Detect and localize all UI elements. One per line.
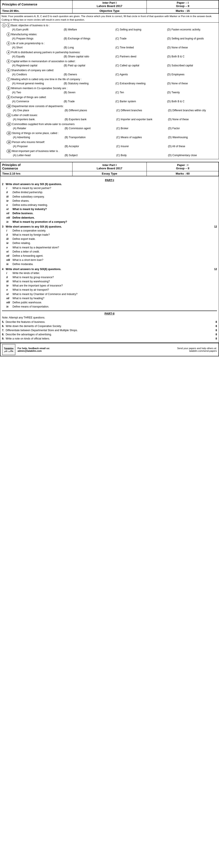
sub-label-vii: vii (6, 254, 12, 258)
mcq-q3-num: 3 (2, 41, 11, 50)
header-table-2: Principles ofCommerce Inter Part ILahore… (0, 162, 219, 176)
mcq-option: (A) Retailer (13, 126, 61, 130)
mcq-option: (C) Body (116, 153, 164, 157)
mcq-q11: 11 Letter of credit issues: (A) Importer… (2, 113, 217, 121)
essay-p2-q6-marks: 8 (216, 324, 217, 328)
mcq-q14-num: 14 (2, 140, 12, 148)
mcq-option: (B) Subject (65, 153, 113, 157)
mcq-option: (C) Insurer (116, 144, 164, 148)
mcq-option: (D) Complimentary close (168, 153, 216, 157)
mcq-option: (D) Different branches within city (168, 108, 216, 112)
mcq-option: (A) Earn profit (12, 28, 60, 32)
sub-label-i: i (6, 229, 12, 233)
essay-part2-q9: 9. Write a note on kinds of official let… (2, 337, 217, 340)
sub-item-text: Define retailing. (12, 241, 31, 245)
mcq-q14-content: Person who insures himself: (A) Proposer… (12, 140, 217, 148)
list-item: v What is meant by air transport? (6, 288, 217, 292)
sub-item-text: Define modaraba. (12, 262, 33, 266)
part2-note: Note: Attempt any THREE questions. (2, 316, 217, 319)
mcq-option: (C) Broker (116, 126, 164, 130)
mcq-q1: 1 1 Basic objective of business is to : … (2, 24, 217, 32)
mcq-option: (B) Acceptor (65, 144, 113, 148)
mcq-option: (A) Importers bank. (13, 117, 61, 121)
essay-q4-label: 4 Write short answers to any SIX(6) ques… (2, 268, 214, 271)
mcq-q10: 10 Departmental store consists of depart… (2, 104, 217, 112)
list-item: vi Define a letter of credit. (6, 250, 217, 254)
list-item: ii Define limited partnership. (6, 190, 217, 194)
mcq-q4-content: Profit is distributed among partners in … (11, 51, 217, 59)
mcq-q9-num: 9 (2, 95, 11, 103)
sub-item-text: Define debenture. (12, 216, 35, 220)
mcq-q13-text: Storing of things on some place, called … (12, 131, 217, 135)
mcq-option: (C) Called up capital (116, 64, 164, 67)
sub-label-vi: vi (6, 207, 12, 211)
mcq-option: (C) Means of supplies (116, 135, 164, 139)
essay-section: PART-I 2 Write short answers to any SIX … (0, 176, 219, 343)
header2-marks: Marks : 60 (147, 171, 219, 176)
mcq-q9: 9 Exchange of things are called: (A) Com… (2, 95, 217, 103)
sub-label-iii: iii (6, 279, 12, 284)
mcq-q6: 6 Shareholders of company are called: (A… (2, 68, 217, 76)
list-item: v Define extra-ordinary meeting. (6, 203, 217, 207)
mcq-option: (B) Transportation (65, 135, 113, 139)
list-item: iii Define export trade. (6, 237, 217, 241)
mcq-q3: 3 Life of sole proprietorship is : (A) S… (2, 41, 217, 50)
essay-q3-items: i Define a cooperative society. ii What … (6, 229, 217, 267)
mcq-q1-content: Basic objective of business is to : (A) … (11, 24, 217, 32)
sub-item-text: What are the important types of insuranc… (12, 284, 63, 288)
mcq-option: (B) Paid up capital (64, 64, 112, 67)
sub-item-text: Define extra-ordinary meeting. (12, 203, 48, 207)
mcq-option: (D) Both B & C (167, 99, 215, 103)
mcq-q11-text: Letter of credit issues: (12, 113, 217, 117)
mcq-option: (C) Importer and exporter bank (116, 117, 164, 121)
header-marks: Marks : 15 (147, 8, 219, 13)
mcq-option: (B) Exporters bank (65, 117, 113, 121)
mcq-q7-num: 7 (2, 77, 11, 86)
objective-note: Note: Four possible answers A, B, C and … (0, 13, 219, 23)
mcq-q7-options: (A) Annual general meeting (B) Statutory… (11, 82, 217, 86)
sub-label-viii: viii (6, 301, 12, 305)
mcq-option: (B) Exchange of things (64, 37, 112, 40)
footer-logo: Talabilm طالب علم (2, 344, 15, 355)
header2-time: Time:2.10 hrs (0, 171, 72, 176)
list-item: iii What is meant by warehousing? (6, 279, 217, 284)
mcq-q12-options: (A) Retailer (B) Commission agent (C) Br… (12, 126, 217, 130)
sub-item-text: What is meant by Chamber of Commerce and… (12, 292, 77, 296)
mcq-option: (B) Statutory meeting (64, 82, 112, 86)
mcq-q15: 15 Most important part of business lette… (2, 149, 217, 157)
essay-q3-text: Write short answers to any SIX (6) quest… (6, 225, 62, 228)
mcq-q3-options: (A) Short (B) Long (C) Time limited (D) … (11, 45, 217, 50)
mcq-q9-content: Exchange of things are called: (A) Comme… (11, 95, 217, 103)
list-item: viii Define public warehouse. (6, 301, 217, 305)
list-item: ii What is meant by group insurance? (6, 275, 217, 279)
mcq-q1-text: Basic objective of business is to : (11, 24, 217, 27)
sub-label-v: v (6, 288, 12, 292)
mcq-q13-options: (A) Advertising (B) Transportation (C) M… (12, 135, 217, 139)
header-time: Time:20 Min. (0, 8, 72, 13)
mcq-option: (A) Short (12, 45, 60, 50)
mcq-q2-num: 2 (2, 32, 11, 40)
mcq-option: (D) None of these (167, 45, 215, 50)
mcq-q5-options: (A) Registered capital (B) Paid up capit… (11, 64, 217, 67)
mcq-option: (A) Advertising (13, 135, 61, 139)
mcq-section: 1 1 Basic objective of business is to : … (0, 23, 219, 159)
mcq-q13-content: Storing of things on some place, called … (12, 131, 217, 139)
mcq-option: (A) Proposer (13, 144, 61, 148)
sub-label-iv: iv (6, 241, 12, 245)
sub-label-ix: ix (6, 262, 12, 266)
mcq-q8-text: Minimum members in Co-operative Society … (11, 86, 217, 90)
mcq-q10-text: Departmental store consists of departmen… (12, 104, 217, 108)
mcq-option: (D) Subscribed capital (167, 64, 215, 67)
mcq-q14-text: Person who insures himself: (12, 140, 217, 144)
mcq-q14: 14 Person who insures himself: (A) Propo… (2, 140, 217, 148)
list-item: i What is meant by secret partner? (6, 186, 217, 190)
header2-type: Essay Type (72, 171, 147, 176)
list-item: iv Define retailing. (6, 241, 217, 245)
mcq-option: (A) Creditors (12, 72, 60, 76)
mcq-q6-options: (A) Creditors (B) Owners (C) Agents (D) … (11, 72, 217, 76)
sub-label-v: v (6, 203, 12, 207)
mcq-q6-content: Shareholders of company are called: (A) … (11, 68, 217, 76)
footer-help-label: For help, feedback email us: (18, 347, 50, 349)
essay-q2: 2 Write short answers to any SIX (6) que… (2, 183, 217, 224)
essay-q4: 4 Write short answers to any SIX(6) ques… (2, 268, 217, 309)
